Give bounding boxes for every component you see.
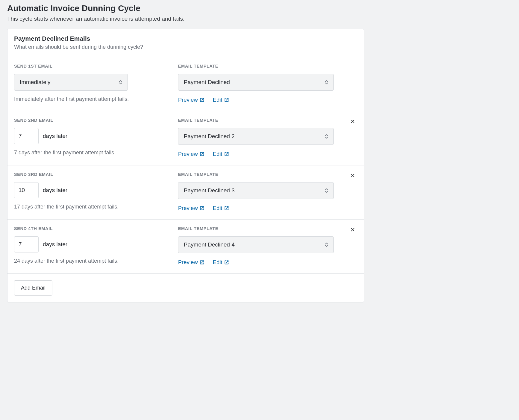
dunning-emails-card: Payment Declined Emails What emails shou… <box>7 29 364 302</box>
template-select[interactable]: Payment Declined 4 <box>178 236 334 253</box>
days-input[interactable] <box>14 236 39 252</box>
external-link-icon <box>224 206 229 211</box>
preview-link[interactable]: Preview <box>178 151 204 157</box>
card-footer: Add Email <box>7 274 364 302</box>
email-row: SEND 1ST EMAILImmediately Immediately af… <box>7 57 364 111</box>
close-icon: ✕ <box>350 172 355 179</box>
external-link-icon <box>200 98 204 102</box>
external-link-icon <box>200 260 204 265</box>
timing-help-text: Immediately after the first payment atte… <box>14 96 170 102</box>
remove-email-button[interactable]: ✕ <box>348 118 357 125</box>
template-column: EMAIL TEMPLATEPayment Declined 2 Preview… <box>178 118 334 157</box>
template-select[interactable]: Payment Declined 2 <box>178 128 334 145</box>
page-subtitle: This cycle starts whenever an automatic … <box>7 16 364 22</box>
external-link-icon <box>200 206 204 211</box>
template-select-value: Payment Declined 2 <box>184 133 235 140</box>
edit-link[interactable]: Edit <box>213 205 229 211</box>
timing-column: SEND 3RD EMAILdays later17 days after th… <box>14 172 170 211</box>
external-link-icon <box>200 152 204 156</box>
close-icon: ✕ <box>350 118 355 125</box>
days-input[interactable] <box>14 128 39 144</box>
external-link-icon <box>224 260 229 265</box>
email-rows: SEND 1ST EMAILImmediately Immediately af… <box>7 57 364 274</box>
email-template-label: EMAIL TEMPLATE <box>178 64 334 69</box>
template-actions: Preview Edit <box>178 151 334 157</box>
days-input[interactable] <box>14 182 39 198</box>
preview-link-label: Preview <box>178 205 198 211</box>
edit-link-label: Edit <box>213 151 222 157</box>
remove-column: ✕ <box>342 118 357 157</box>
close-icon: ✕ <box>350 226 355 233</box>
sort-caret-icon <box>324 242 329 247</box>
template-column: EMAIL TEMPLATEPayment Declined 3 Preview… <box>178 172 334 211</box>
template-select[interactable]: Payment Declined 3 <box>178 182 334 199</box>
edit-link[interactable]: Edit <box>213 259 229 266</box>
days-later-label: days later <box>43 133 67 139</box>
email-row: SEND 2ND EMAILdays later7 days after the… <box>7 111 364 165</box>
remove-column: ✕ <box>342 226 357 266</box>
card-header: Payment Declined Emails What emails shou… <box>7 29 364 57</box>
days-later-label: days later <box>43 187 67 194</box>
timing-select-value: Immediately <box>20 79 50 86</box>
edit-link-label: Edit <box>213 205 222 211</box>
card-title: Payment Declined Emails <box>14 35 357 42</box>
sort-caret-icon <box>324 134 329 139</box>
timing-column: SEND 2ND EMAILdays later7 days after the… <box>14 118 170 157</box>
sort-caret-icon <box>324 80 329 85</box>
edit-link-label: Edit <box>213 259 222 266</box>
email-template-label: EMAIL TEMPLATE <box>178 226 334 231</box>
sort-caret-icon <box>324 188 329 193</box>
preview-link[interactable]: Preview <box>178 205 204 211</box>
external-link-icon <box>224 98 229 102</box>
remove-email-button[interactable]: ✕ <box>348 172 357 179</box>
remove-column <box>342 64 357 103</box>
timing-help-text: 7 days after the first payment attempt f… <box>14 150 170 156</box>
send-email-label: SEND 3RD EMAIL <box>14 172 170 177</box>
template-select-value: Payment Declined 3 <box>184 187 235 194</box>
email-row: SEND 4TH EMAILdays later24 days after th… <box>7 220 364 274</box>
days-input-wrap: days later <box>14 182 170 198</box>
template-column: EMAIL TEMPLATEPayment Declined Preview E… <box>178 64 334 103</box>
preview-link-label: Preview <box>178 259 198 266</box>
edit-link[interactable]: Edit <box>213 97 229 103</box>
email-template-label: EMAIL TEMPLATE <box>178 118 334 123</box>
remove-email-button[interactable]: ✕ <box>348 226 357 233</box>
preview-link[interactable]: Preview <box>178 259 204 266</box>
email-row: SEND 3RD EMAILdays later17 days after th… <box>7 165 364 220</box>
preview-link-label: Preview <box>178 97 198 103</box>
template-select-value: Payment Declined <box>184 79 230 86</box>
template-actions: Preview Edit <box>178 259 334 266</box>
external-link-icon <box>224 152 229 156</box>
template-select[interactable]: Payment Declined <box>178 74 334 91</box>
send-email-label: SEND 2ND EMAIL <box>14 118 170 123</box>
timing-help-text: 24 days after the first payment attempt … <box>14 258 170 264</box>
template-select-value: Payment Declined 4 <box>184 241 235 248</box>
remove-column: ✕ <box>342 172 357 211</box>
timing-help-text: 17 days after the first payment attempt … <box>14 204 170 210</box>
template-actions: Preview Edit <box>178 97 334 103</box>
send-email-label: SEND 1ST EMAIL <box>14 64 170 69</box>
days-input-wrap: days later <box>14 128 170 144</box>
days-later-label: days later <box>43 241 67 248</box>
timing-column: SEND 4TH EMAILdays later24 days after th… <box>14 226 170 266</box>
email-template-label: EMAIL TEMPLATE <box>178 172 334 177</box>
template-actions: Preview Edit <box>178 205 334 211</box>
timing-select[interactable]: Immediately <box>14 74 128 91</box>
edit-link-label: Edit <box>213 97 222 103</box>
add-email-button[interactable]: Add Email <box>14 280 52 296</box>
days-input-wrap: days later <box>14 236 170 252</box>
preview-link-label: Preview <box>178 151 198 157</box>
card-subtitle: What emails should be sent during the du… <box>14 44 357 50</box>
timing-column: SEND 1ST EMAILImmediately Immediately af… <box>14 64 170 103</box>
send-email-label: SEND 4TH EMAIL <box>14 226 170 231</box>
template-column: EMAIL TEMPLATEPayment Declined 4 Preview… <box>178 226 334 266</box>
sort-caret-icon <box>119 80 123 85</box>
page-title: Automatic Invoice Dunning Cycle <box>7 4 364 13</box>
preview-link[interactable]: Preview <box>178 97 204 103</box>
edit-link[interactable]: Edit <box>213 151 229 157</box>
